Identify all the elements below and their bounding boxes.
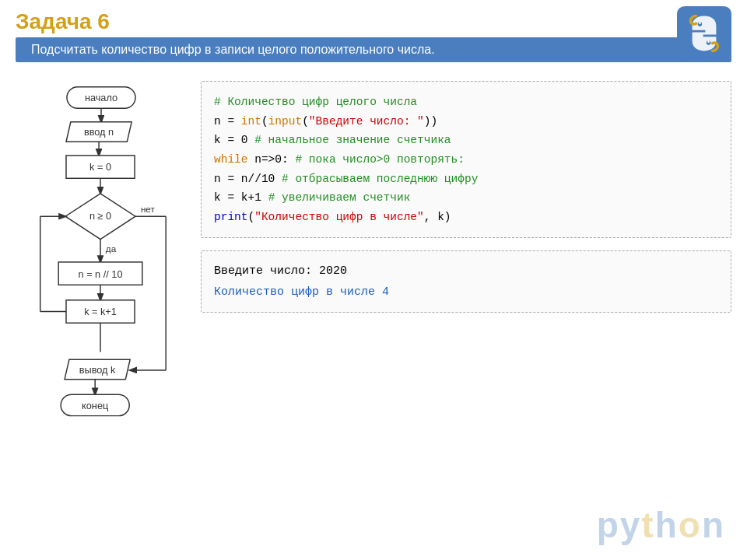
node-input: ввод n bbox=[84, 126, 114, 138]
label-no: нет bbox=[141, 204, 156, 214]
code-box: # Количество цифр целого числа n = int(i… bbox=[201, 81, 731, 238]
title-text: Задача 6 bbox=[16, 9, 110, 33]
code-comment-3: # пока число>0 повторять: bbox=[295, 153, 465, 166]
node-n-div: n = n // 10 bbox=[79, 268, 123, 280]
python-logo-icon bbox=[677, 6, 731, 61]
code-paren1: ( bbox=[261, 115, 268, 128]
code-print: print bbox=[214, 211, 248, 223]
code-comment-5: # увеличиваем счетчик bbox=[268, 191, 411, 204]
code-line-3a: k = 0 bbox=[214, 134, 254, 146]
code-while: while bbox=[214, 153, 248, 166]
svg-point-3 bbox=[699, 22, 701, 24]
code-paren4: ( bbox=[248, 211, 255, 223]
node-k-inc: k = k+1 bbox=[84, 306, 117, 317]
node-start: начало bbox=[85, 92, 117, 103]
output-box: Введите число: 2020 Количество цифр в чи… bbox=[201, 250, 731, 313]
code-line-6a: k = k+1 bbox=[214, 191, 268, 204]
code-str2: "Количество цифр в числе" bbox=[254, 211, 424, 223]
node-output: вывод k bbox=[79, 364, 116, 376]
node-end: конец bbox=[82, 400, 108, 411]
label-yes: да bbox=[106, 243, 117, 254]
code-paren3: )) bbox=[424, 115, 437, 128]
code-str1: "Введите число: " bbox=[309, 115, 424, 128]
code-int: int bbox=[241, 115, 261, 128]
svg-point-4 bbox=[707, 40, 710, 43]
code-comment-2: # начальное значение счетчика bbox=[254, 134, 451, 146]
node-k0: k = 0 bbox=[89, 161, 111, 173]
code-input: input bbox=[268, 115, 303, 128]
flowchart: начало ввод n k = 0 n ≥ 0 нет да bbox=[16, 81, 187, 442]
right-panel: # Количество цифр целого числа n = int(i… bbox=[201, 81, 731, 442]
output-line1: Введите число: 2020 bbox=[214, 264, 347, 278]
code-line-5a: n = n//10 bbox=[214, 173, 282, 185]
page-title: Задача 6 bbox=[0, 0, 747, 37]
flowchart-svg: начало ввод n k = 0 n ≥ 0 нет да bbox=[16, 81, 187, 439]
python-watermark: python bbox=[597, 504, 725, 546]
code-comma: , k) bbox=[424, 211, 451, 223]
output-line2: Количество цифр в числе 4 bbox=[214, 285, 389, 299]
code-paren2: ( bbox=[302, 115, 309, 128]
subtitle-bar: Подсчитать количество цифр в записи цело… bbox=[16, 37, 731, 62]
code-cond: n=>0: bbox=[248, 153, 296, 166]
subtitle-text: Подсчитать количество цифр в записи цело… bbox=[31, 43, 435, 56]
code-comment-1: # Количество цифр целого числа bbox=[214, 96, 417, 108]
node-condition: n ≥ 0 bbox=[89, 210, 111, 222]
code-comment-4: # отбрасываем последнюю цифру bbox=[282, 173, 478, 185]
code-line-2: n = bbox=[214, 115, 241, 128]
